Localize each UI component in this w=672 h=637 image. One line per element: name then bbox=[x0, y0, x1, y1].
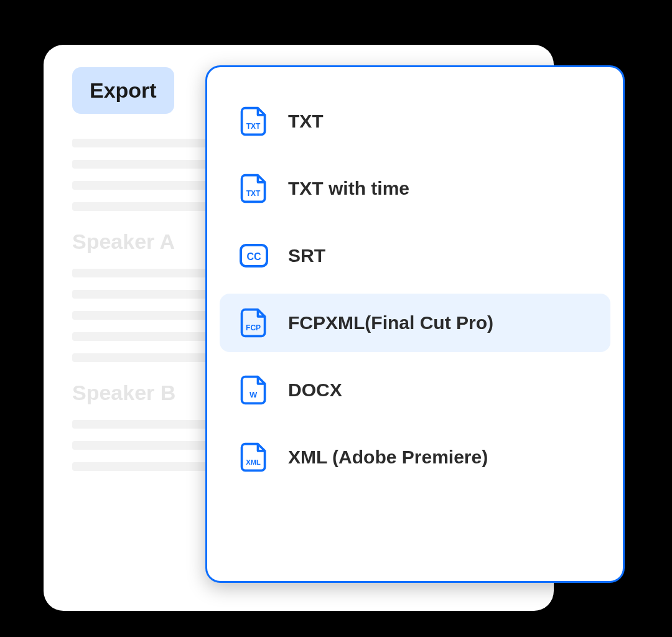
fcp-file-icon bbox=[238, 307, 269, 338]
export-format-menu: TXT TXT with time SRT FCPXML(Final Cut P… bbox=[205, 65, 625, 583]
word-file-icon bbox=[238, 374, 269, 406]
txt-file-icon bbox=[238, 173, 269, 204]
menu-item-label: TXT with time bbox=[288, 178, 409, 199]
cc-icon bbox=[238, 240, 269, 271]
menu-item-txt-time[interactable]: TXT with time bbox=[220, 159, 610, 218]
xml-file-icon bbox=[238, 442, 269, 473]
menu-item-label: TXT bbox=[288, 111, 324, 132]
menu-item-txt[interactable]: TXT bbox=[220, 92, 610, 151]
menu-item-srt[interactable]: SRT bbox=[220, 226, 610, 285]
menu-item-label: FCPXML(Final Cut Pro) bbox=[288, 312, 493, 333]
export-button[interactable]: Export bbox=[72, 67, 174, 114]
menu-item-label: XML (Adobe Premiere) bbox=[288, 447, 488, 468]
menu-item-xml[interactable]: XML (Adobe Premiere) bbox=[220, 428, 610, 486]
menu-item-label: SRT bbox=[288, 245, 325, 266]
menu-item-docx[interactable]: DOCX bbox=[220, 361, 610, 419]
txt-file-icon bbox=[238, 106, 269, 137]
menu-item-label: DOCX bbox=[288, 379, 342, 401]
menu-item-fcpxml[interactable]: FCPXML(Final Cut Pro) bbox=[220, 294, 610, 352]
